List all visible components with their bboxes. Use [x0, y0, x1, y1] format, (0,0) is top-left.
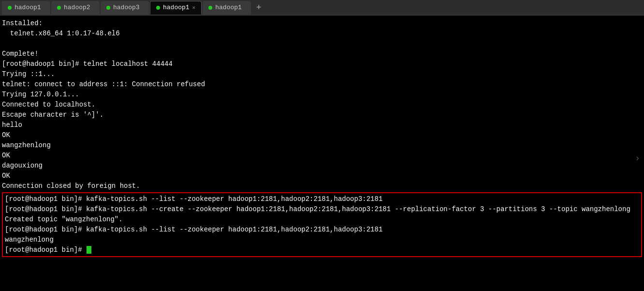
- terminal-output-boxed: [root@hadoop1 bin]# kafka-topics.sh --li…: [5, 194, 639, 255]
- tab-close-button[interactable]: ✕: [192, 4, 196, 11]
- terminal-area: Installed: telnet.x86_64 1:0.17-48.el6 C…: [0, 15, 644, 291]
- tab-hadoop2[interactable]: hadoop2: [51, 1, 100, 15]
- tab-label-4: hadoop1: [163, 4, 190, 11]
- tab-hadoop1-1[interactable]: hadoop1: [2, 1, 50, 15]
- terminal-cursor: [87, 246, 91, 254]
- tab-dot-3: [106, 6, 110, 10]
- new-tab-button[interactable]: +: [252, 1, 265, 15]
- tab-label-3: hadoop3: [113, 4, 140, 11]
- tab-bar: hadoop1 hadoop2 hadoop3 hadoop1 ✕ hadoop…: [0, 0, 644, 15]
- tab-hadoop1-5[interactable]: hadoop1: [203, 1, 251, 15]
- tab-dot-4: [156, 6, 160, 10]
- tab-dot-1: [8, 6, 12, 10]
- tab-label-1: hadoop1: [15, 4, 41, 11]
- tab-dot-2: [57, 6, 61, 10]
- tab-hadoop3[interactable]: hadoop3: [101, 1, 149, 15]
- tab-label-2: hadoop2: [64, 4, 90, 11]
- tab-hadoop1-active[interactable]: hadoop1 ✕: [150, 1, 202, 15]
- scroll-indicator: ›: [635, 153, 640, 163]
- highlighted-commands-section: [root@hadoop1 bin]# kafka-topics.sh --li…: [2, 192, 642, 257]
- terminal-output-top: Installed: telnet.x86_64 1:0.17-48.el6 C…: [2, 18, 642, 191]
- tab-label-5: hadoop1: [215, 4, 242, 11]
- tab-dot-5: [208, 6, 212, 10]
